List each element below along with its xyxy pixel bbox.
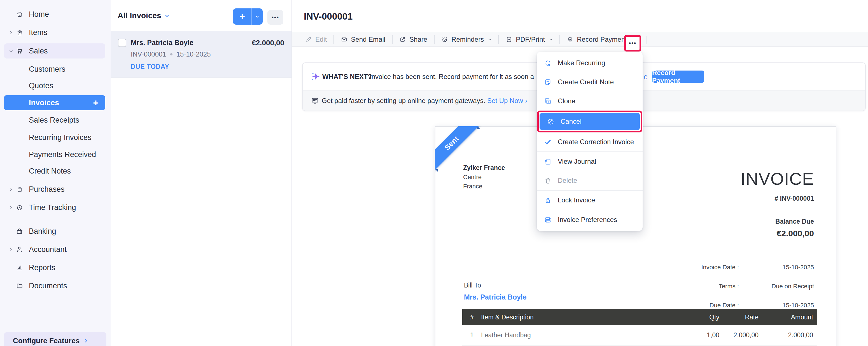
invoice-number: INV-000001: [131, 51, 166, 58]
chevron-down-icon: [549, 37, 553, 41]
page-title: INV-000001: [304, 11, 352, 22]
menu-item-lock-invoice[interactable]: Lock Invoice: [537, 191, 643, 210]
menu-item-create-correction-invoice[interactable]: Create Correction Invoice: [537, 132, 643, 152]
meta-value: 15-10-2025: [739, 264, 814, 271]
sidebar-item-label: Credit Notes: [29, 167, 71, 176]
sidebar-item-label: Sales: [29, 47, 48, 56]
accountant-icon: [16, 246, 23, 253]
chevron-down-icon[interactable]: [252, 8, 262, 25]
invoice-list-item[interactable]: Mrs. Patricia Boyle €2.000,00 INV-000001…: [111, 31, 291, 77]
meta-value: Due on Receipt: [739, 283, 814, 290]
clock-icon: [16, 204, 23, 211]
plus-icon[interactable]: +: [233, 8, 252, 25]
meta-label: Due Date :: [635, 302, 739, 309]
bar-chart-icon: [16, 264, 23, 271]
sidebar-item-label: Recurring Invoices: [29, 133, 92, 142]
ellipsis-icon: •••: [629, 40, 637, 46]
menu-item-delete[interactable]: Delete: [537, 171, 643, 190]
sidebar-item-label: Sales Receipts: [29, 116, 79, 125]
sidebar-item-label: Accountant: [29, 245, 67, 254]
invoice-meta-block: Invoice Date : 15-10-2025 Terms : Due on…: [635, 258, 814, 315]
sidebar-item-label: Time Tracking: [29, 203, 76, 212]
share-button[interactable]: Share: [393, 36, 434, 43]
meta-label: Terms :: [635, 283, 739, 290]
sidebar-item-label: Purchases: [29, 185, 65, 194]
menu-item-make-recurring[interactable]: Make Recurring: [537, 54, 643, 72]
sidebar-item-label: Customers: [29, 65, 65, 74]
whats-next-label: WHAT'S NEXT?: [322, 73, 372, 81]
preferences-icon: [544, 216, 552, 224]
sidebar-item-accountant[interactable]: Accountant: [4, 242, 105, 257]
bill-to-customer-link[interactable]: Mrs. Patricia Boyle: [464, 293, 527, 301]
sidebar-item-sales[interactable]: Sales: [4, 43, 105, 59]
sidebar-item-quotes[interactable]: Quotes: [4, 78, 105, 93]
sidebar-item-banking[interactable]: Banking: [4, 224, 105, 239]
purchases-bag-icon: [16, 186, 23, 193]
credit-note-icon: [544, 78, 552, 86]
sparkle-icon: [311, 71, 321, 82]
new-invoice-plus-icon[interactable]: +: [93, 98, 99, 107]
toolbar-more-button-annotated[interactable]: •••: [624, 35, 641, 52]
new-invoice-split-button[interactable]: +: [233, 8, 262, 25]
sidebar-item-label: Reports: [29, 263, 56, 272]
chevron-right-icon: [9, 206, 13, 210]
chevron-right-icon: [9, 31, 13, 35]
menu-item-clone[interactable]: Clone: [537, 92, 643, 111]
envelope-icon: [341, 36, 347, 43]
pdf-print-button[interactable]: PDF/Print: [499, 36, 559, 43]
sidebar-item-payments-received[interactable]: Payments Received: [4, 147, 105, 162]
record-payment-cta-button[interactable]: Record Payment: [652, 70, 704, 83]
table-header-row: # Item & Description Qty Rate Amount: [462, 309, 817, 325]
meta-row: Invoice Date : 15-10-2025: [635, 258, 814, 277]
invoice-meta: INV-000001 15-10-2025: [131, 51, 211, 58]
banner-link-fragment[interactable]: e: [644, 73, 648, 81]
row-checkbox[interactable]: [118, 39, 126, 47]
folder-icon: [16, 282, 23, 289]
meta-value: 15-10-2025: [739, 302, 814, 309]
company-name: Zylker France: [463, 163, 505, 172]
alarm-check-icon: [441, 36, 448, 43]
toolbar-divider: [647, 36, 647, 44]
sidebar-item-time-tracking[interactable]: Time Tracking: [4, 200, 105, 215]
sidebar-item-home[interactable]: Home: [4, 7, 105, 22]
balance-due-label: Balance Due: [775, 218, 814, 225]
list-filter-dropdown[interactable]: All Invoices: [118, 11, 169, 20]
sidebar-item-sales-receipts[interactable]: Sales Receipts: [4, 113, 105, 128]
table-row: 1 Leather Handbag 1,00 2.000,00 2.000,00: [462, 325, 817, 345]
lock-icon: [544, 196, 552, 204]
sidebar-item-invoices[interactable]: Invoices +: [4, 95, 105, 110]
menu-item-create-credit-note[interactable]: Create Credit Note: [537, 72, 643, 92]
menu-item-cancel[interactable]: Cancel: [539, 113, 640, 130]
menu-item-invoice-preferences[interactable]: Invoice Preferences: [537, 210, 643, 229]
chevron-right-icon: [9, 248, 13, 252]
gateways-message: Get paid faster by setting up online pay…: [322, 97, 527, 105]
configure-features-button[interactable]: Configure Features: [4, 332, 106, 346]
company-address-line1: Centre: [463, 172, 505, 182]
payment-gateway-icon: [311, 97, 319, 105]
menu-item-view-journal[interactable]: View Journal: [537, 152, 643, 171]
journal-icon: [544, 158, 552, 165]
list-more-button[interactable]: •••: [268, 10, 283, 25]
sidebar-item-credit-notes[interactable]: Credit Notes: [4, 163, 105, 179]
pencil-icon: [305, 36, 312, 43]
sidebar-item-documents[interactable]: Documents: [4, 278, 105, 293]
recurring-icon: [544, 59, 552, 67]
send-email-button[interactable]: Send Email: [334, 36, 392, 43]
cancel-annotation-box: Cancel: [537, 111, 642, 132]
reminders-button[interactable]: Reminders: [435, 36, 498, 43]
app-window: Home Items Sales Customers Quotes Invoic…: [0, 0, 868, 346]
company-address-line2: France: [463, 182, 505, 191]
sidebar-item-reports[interactable]: Reports: [4, 260, 105, 275]
meta-label: Invoice Date :: [635, 264, 739, 271]
sidebar-item-items[interactable]: Items: [4, 25, 105, 40]
pdf-document-icon: [506, 36, 513, 43]
sidebar-item-customers[interactable]: Customers: [4, 62, 105, 77]
line-items-table: # Item & Description Qty Rate Amount 1 L…: [462, 309, 817, 345]
dot-separator: [170, 53, 173, 56]
sidebar-item-recurring-invoices[interactable]: Recurring Invoices: [4, 130, 105, 145]
record-payment-icon: [567, 36, 574, 43]
sidebar-item-label: Quotes: [29, 82, 53, 90]
sidebar-item-purchases[interactable]: Purchases: [4, 182, 105, 197]
set-up-now-link[interactable]: Set Up Now ›: [487, 97, 527, 104]
edit-button[interactable]: Edit: [299, 36, 334, 43]
